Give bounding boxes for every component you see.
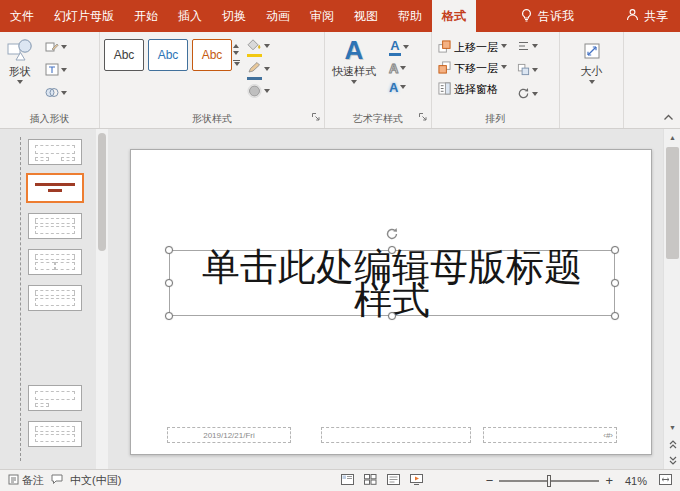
selection-handle-bottom-left[interactable] (165, 312, 173, 320)
zoom-in-button[interactable]: + (605, 475, 613, 487)
align-button[interactable] (515, 39, 540, 56)
vertical-scrollbar-thumb[interactable] (666, 147, 679, 259)
date-placeholder[interactable]: 2019/12/21/Fri (167, 427, 291, 443)
shape-styles-dialog-launcher[interactable] (311, 108, 321, 126)
selection-handle-bottom-right[interactable] (611, 312, 619, 320)
tab-transitions[interactable]: 切换 (212, 0, 256, 32)
tab-format[interactable]: 格式 (432, 0, 476, 32)
selection-pane-button[interactable]: 选择窗格 (436, 81, 509, 98)
zoom-level-button[interactable]: 41% (619, 475, 647, 487)
size-button[interactable]: 大小 (564, 40, 619, 88)
gallery-more-button[interactable] (233, 60, 240, 69)
rotate-handle[interactable] (385, 227, 399, 245)
notes-icon (8, 474, 19, 487)
title-placeholder[interactable]: 单击此处编辑母版标题样式 (169, 250, 615, 316)
shape-style-gallery: Abc Abc Abc (104, 39, 232, 71)
tab-help[interactable]: 帮助 (388, 0, 432, 32)
zoom-slider[interactable] (499, 480, 599, 482)
tab-slide-master[interactable]: 幻灯片母版 (44, 0, 124, 32)
comments-button[interactable] (51, 474, 63, 487)
group-objects-button[interactable] (515, 62, 540, 80)
selection-handle-top-left[interactable] (165, 246, 173, 254)
status-bar: 备注 中文(中国) − + 41% (0, 469, 680, 491)
reading-view-button[interactable] (387, 473, 400, 488)
shape-outline-button[interactable] (245, 60, 272, 81)
slide-thumbnail-2-selected[interactable] (26, 173, 84, 203)
wordart-styles-dialog-launcher[interactable] (418, 108, 428, 126)
chevron-down-icon (61, 91, 67, 98)
gallery-up-button[interactable] (233, 41, 239, 48)
shape-fill-button[interactable] (245, 37, 272, 58)
slide-canvas-area: 单击此处编辑母版标题样式 2019/12/21/Fri ‹#› (108, 129, 663, 469)
selection-handle-middle-left[interactable] (165, 279, 173, 287)
powerpoint-window: { "colors": { "accent_red": "#C43E1C", "… (0, 0, 680, 491)
shape-style-preset-2[interactable]: Abc (148, 39, 188, 71)
shape-effects-button[interactable] (245, 83, 272, 102)
send-backward-button[interactable]: 下移一层 (436, 60, 509, 77)
tab-animations[interactable]: 动画 (256, 0, 300, 32)
slide-sorter-view-button[interactable] (364, 473, 377, 488)
tell-me-label: 告诉我 (538, 8, 574, 25)
text-box-button[interactable] (43, 62, 69, 80)
ribbon: 形状 插入形状 Abc (0, 32, 680, 129)
slide-thumbnail-1[interactable] (28, 139, 82, 165)
zoom-out-button[interactable]: − (486, 475, 494, 487)
share-button[interactable]: 共享 (614, 0, 680, 32)
chevron-down-icon (351, 80, 357, 87)
tab-insert[interactable]: 插入 (168, 0, 212, 32)
selection-handle-bottom-center[interactable] (388, 312, 396, 320)
scroll-down-button[interactable]: ▼ (664, 419, 680, 435)
chevron-down-icon (61, 45, 67, 52)
text-fill-button[interactable]: A (387, 39, 411, 57)
slide-thumbnail-3[interactable] (28, 213, 82, 239)
slide-thumbnail-7[interactable] (28, 421, 82, 447)
language-button[interactable]: 中文(中国) (70, 473, 121, 488)
scroll-up-button[interactable]: ▲ (664, 129, 680, 145)
fit-to-window-button[interactable] (659, 473, 672, 488)
selection-handle-top-right[interactable] (611, 246, 619, 254)
view-switcher (341, 473, 423, 488)
edit-shape-button[interactable] (43, 39, 69, 57)
rotate-button[interactable] (515, 86, 540, 104)
text-outline-button[interactable]: A (387, 62, 411, 76)
gallery-down-button[interactable] (233, 51, 239, 58)
shape-fill-icon (247, 38, 262, 53)
quick-styles-button[interactable]: A 快速样式 (329, 36, 379, 95)
previous-slide-button[interactable] (664, 436, 680, 452)
slide-number-placeholder[interactable]: ‹#› (483, 427, 617, 443)
next-slide-button[interactable] (664, 453, 680, 469)
text-effects-button[interactable]: A (387, 81, 411, 95)
slideshow-view-button[interactable] (410, 473, 423, 488)
selection-handle-top-center[interactable] (388, 246, 396, 254)
size-icon (582, 41, 602, 63)
master-title-text: 单击此处编辑母版标题样式 (190, 251, 594, 317)
tab-view[interactable]: 视图 (344, 0, 388, 32)
merge-shapes-button[interactable] (43, 85, 69, 103)
collapse-ribbon-button[interactable] (663, 109, 674, 124)
shapes-button[interactable]: 形状 (4, 36, 36, 103)
tab-file[interactable]: 文件 (0, 0, 44, 32)
selection-handle-middle-right[interactable] (611, 279, 619, 287)
tab-home[interactable]: 开始 (124, 0, 168, 32)
thumbnail-scrollbar-thumb[interactable] (98, 133, 106, 251)
slide-thumbnail-5[interactable] (28, 285, 82, 311)
tell-me-button[interactable]: 告诉我 (508, 0, 586, 32)
ribbon-tab-bar: 文件 幻灯片母版 开始 插入 切换 动画 审阅 视图 帮助 格式 告诉我 共享 (0, 0, 680, 32)
zoom-slider-thumb[interactable] (547, 475, 551, 487)
shape-style-preset-1[interactable]: Abc (104, 39, 144, 71)
slide-thumbnail-4[interactable] (28, 249, 82, 275)
slide-editing-surface[interactable]: 单击此处编辑母版标题样式 2019/12/21/Fri ‹#› (130, 149, 652, 455)
footer-placeholder[interactable] (321, 427, 471, 443)
chevron-down-icon (17, 80, 23, 87)
bring-forward-icon (438, 40, 451, 55)
tab-review[interactable]: 审阅 (300, 0, 344, 32)
notes-button[interactable]: 备注 (8, 473, 44, 488)
normal-view-button[interactable] (341, 473, 354, 488)
slide-thumbnail-6[interactable] (28, 385, 82, 411)
thumbnail-scrollbar[interactable] (96, 129, 108, 469)
vertical-scrollbar[interactable]: ▲ ▼ (663, 129, 680, 469)
bring-forward-button[interactable]: 上移一层 (436, 39, 509, 56)
shape-style-preset-3[interactable]: Abc (192, 39, 232, 71)
chevron-down-icon (532, 44, 538, 51)
text-box-icon (45, 63, 59, 79)
